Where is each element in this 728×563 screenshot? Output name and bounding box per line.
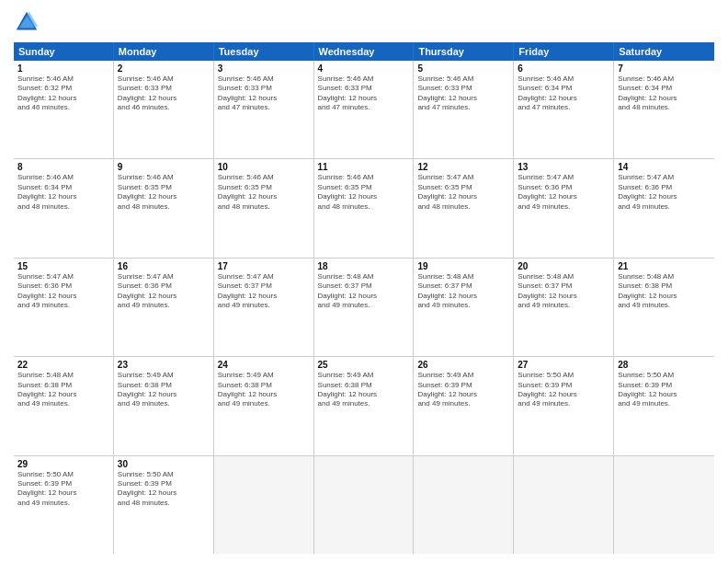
day-number: 24	[218, 360, 310, 370]
day-info-line: Sunset: 6:38 PM	[118, 381, 210, 390]
day-info-line: Daylight: 12 hours	[118, 390, 210, 399]
calendar-day-9: 9Sunrise: 5:46 AMSunset: 6:35 PMDaylight…	[114, 159, 214, 257]
day-info-line: and 49 minutes.	[218, 301, 310, 310]
day-info-line: Sunrise: 5:48 AM	[618, 272, 711, 282]
day-info-line: Sunset: 6:33 PM	[417, 84, 509, 93]
header-day-thursday: Thursday	[414, 42, 514, 61]
day-info-line: Sunset: 6:33 PM	[218, 84, 310, 93]
day-info-line: and 48 minutes.	[618, 103, 711, 112]
calendar-day-26: 26Sunrise: 5:49 AMSunset: 6:39 PMDayligh…	[414, 357, 514, 454]
day-info-line: Sunrise: 5:47 AM	[518, 173, 609, 182]
day-number: 21	[618, 261, 711, 271]
calendar-day-13: 13Sunrise: 5:47 AMSunset: 6:36 PMDayligh…	[514, 159, 614, 257]
calendar-day-5: 5Sunrise: 5:46 AMSunset: 6:33 PMDaylight…	[414, 61, 514, 158]
calendar-day-7: 7Sunrise: 5:46 AMSunset: 6:34 PMDaylight…	[614, 61, 714, 158]
day-info-line: and 47 minutes.	[417, 103, 509, 112]
day-info-line: Daylight: 12 hours	[118, 192, 210, 201]
day-info-line: Daylight: 12 hours	[618, 94, 711, 103]
day-number: 11	[318, 162, 410, 172]
day-number: 20	[518, 261, 609, 271]
day-number: 16	[118, 261, 210, 271]
day-info-line: and 49 minutes.	[17, 399, 109, 408]
day-number: 14	[618, 162, 711, 172]
day-info-line: and 49 minutes.	[118, 399, 210, 408]
logo	[14, 9, 43, 35]
day-number: 26	[417, 360, 509, 370]
calendar-week-1: 8Sunrise: 5:46 AMSunset: 6:34 PMDaylight…	[14, 159, 714, 258]
day-info-line: and 47 minutes.	[318, 103, 410, 112]
calendar-day-14: 14Sunrise: 5:47 AMSunset: 6:36 PMDayligh…	[614, 159, 714, 257]
day-info-line: and 46 minutes.	[118, 103, 210, 112]
day-info-line: Sunrise: 5:49 AM	[318, 371, 410, 380]
day-info-line: Sunset: 6:35 PM	[318, 183, 410, 192]
day-info-line: Daylight: 12 hours	[218, 390, 310, 399]
day-number: 27	[518, 360, 609, 370]
day-info-line: Daylight: 12 hours	[417, 390, 509, 399]
calendar-day-30: 30Sunrise: 5:50 AMSunset: 6:39 PMDayligh…	[114, 456, 214, 554]
day-number: 22	[17, 360, 109, 370]
day-number: 8	[17, 162, 109, 172]
header-day-tuesday: Tuesday	[214, 42, 314, 61]
calendar-day-10: 10Sunrise: 5:46 AMSunset: 6:35 PMDayligh…	[214, 159, 314, 257]
day-number: 28	[618, 360, 711, 370]
day-info-line: and 49 minutes.	[218, 399, 310, 408]
day-info-line: and 49 minutes.	[618, 301, 711, 310]
calendar-day-1: 1Sunrise: 5:46 AMSunset: 6:32 PMDaylight…	[14, 61, 114, 158]
day-number: 4	[318, 63, 410, 74]
day-info-line: Daylight: 12 hours	[318, 292, 410, 301]
calendar-empty	[614, 456, 714, 554]
day-info-line: Daylight: 12 hours	[518, 292, 609, 301]
day-info-line: and 49 minutes.	[618, 202, 711, 212]
day-info-line: Sunset: 6:37 PM	[218, 282, 310, 291]
day-info-line: Sunset: 6:38 PM	[618, 282, 711, 291]
day-info-line: Sunset: 6:32 PM	[17, 84, 109, 93]
calendar-day-18: 18Sunrise: 5:48 AMSunset: 6:37 PMDayligh…	[314, 259, 415, 356]
day-info-line: Daylight: 12 hours	[618, 390, 711, 399]
calendar-week-4: 29Sunrise: 5:50 AMSunset: 6:39 PMDayligh…	[14, 456, 714, 554]
header-day-sunday: Sunday	[14, 42, 114, 61]
day-info-line: Sunrise: 5:48 AM	[417, 272, 509, 282]
day-number: 19	[417, 261, 509, 271]
day-info-line: Sunrise: 5:47 AM	[218, 272, 310, 282]
day-info-line: Sunset: 6:36 PM	[518, 183, 609, 192]
day-number: 10	[218, 162, 310, 172]
day-info-line: Sunset: 6:39 PM	[518, 381, 609, 390]
day-info-line: and 49 minutes.	[318, 301, 410, 310]
day-number: 7	[618, 63, 711, 74]
day-info-line: and 48 minutes.	[118, 499, 210, 508]
day-info-line: Sunrise: 5:50 AM	[518, 371, 609, 380]
calendar-day-22: 22Sunrise: 5:48 AMSunset: 6:38 PMDayligh…	[14, 357, 114, 454]
day-number: 9	[118, 162, 210, 172]
calendar-day-16: 16Sunrise: 5:47 AMSunset: 6:36 PMDayligh…	[114, 259, 214, 356]
day-info-line: and 48 minutes.	[118, 202, 210, 212]
day-info-line: and 49 minutes.	[118, 301, 210, 310]
header-day-friday: Friday	[514, 42, 614, 61]
day-info-line: Sunrise: 5:47 AM	[417, 173, 509, 182]
day-info-line: Daylight: 12 hours	[417, 292, 509, 301]
day-info-line: Daylight: 12 hours	[17, 292, 109, 301]
day-info-line: Daylight: 12 hours	[618, 292, 711, 301]
day-info-line: and 46 minutes.	[17, 103, 109, 112]
day-info-line: Daylight: 12 hours	[518, 94, 609, 103]
day-info-line: and 47 minutes.	[518, 103, 609, 112]
day-info-line: and 49 minutes.	[618, 399, 711, 408]
calendar-empty	[214, 456, 314, 554]
calendar-day-20: 20Sunrise: 5:48 AMSunset: 6:37 PMDayligh…	[514, 259, 614, 356]
day-info-line: Daylight: 12 hours	[17, 192, 109, 201]
day-info-line: and 49 minutes.	[318, 399, 410, 408]
calendar-day-6: 6Sunrise: 5:46 AMSunset: 6:34 PMDaylight…	[514, 61, 614, 158]
day-number: 18	[318, 261, 410, 271]
calendar-day-27: 27Sunrise: 5:50 AMSunset: 6:39 PMDayligh…	[514, 357, 614, 454]
day-info-line: Sunrise: 5:46 AM	[17, 173, 109, 182]
day-info-line: Sunset: 6:38 PM	[17, 381, 109, 390]
calendar-day-3: 3Sunrise: 5:46 AMSunset: 6:33 PMDaylight…	[214, 61, 314, 158]
day-info-line: and 49 minutes.	[17, 301, 109, 310]
day-info-line: and 48 minutes.	[218, 202, 310, 212]
day-info-line: Sunrise: 5:46 AM	[318, 75, 410, 84]
calendar-day-8: 8Sunrise: 5:46 AMSunset: 6:34 PMDaylight…	[14, 159, 114, 257]
day-info-line: and 49 minutes.	[17, 499, 109, 508]
day-number: 23	[118, 360, 210, 370]
day-info-line: Sunset: 6:34 PM	[17, 183, 109, 192]
day-number: 29	[17, 459, 109, 469]
calendar-empty	[314, 456, 415, 554]
